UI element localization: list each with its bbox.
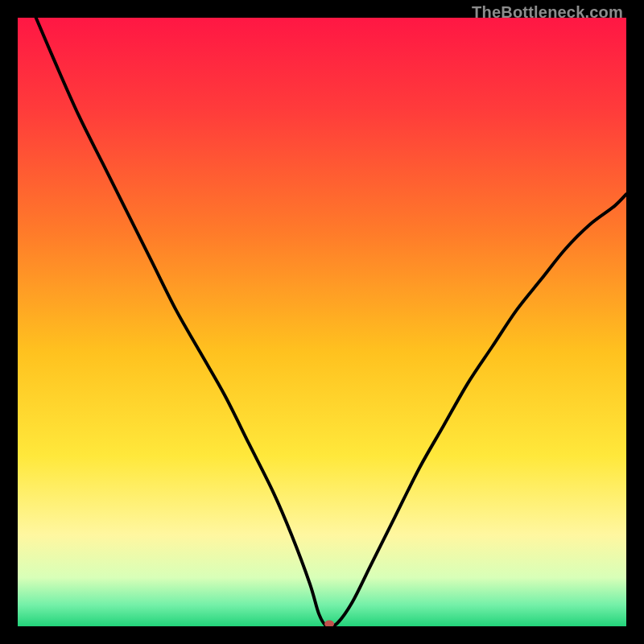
bottleneck-chart <box>18 18 626 626</box>
chart-frame <box>18 18 626 626</box>
watermark-text: TheBottleneck.com <box>472 3 623 22</box>
chart-background <box>18 18 626 626</box>
